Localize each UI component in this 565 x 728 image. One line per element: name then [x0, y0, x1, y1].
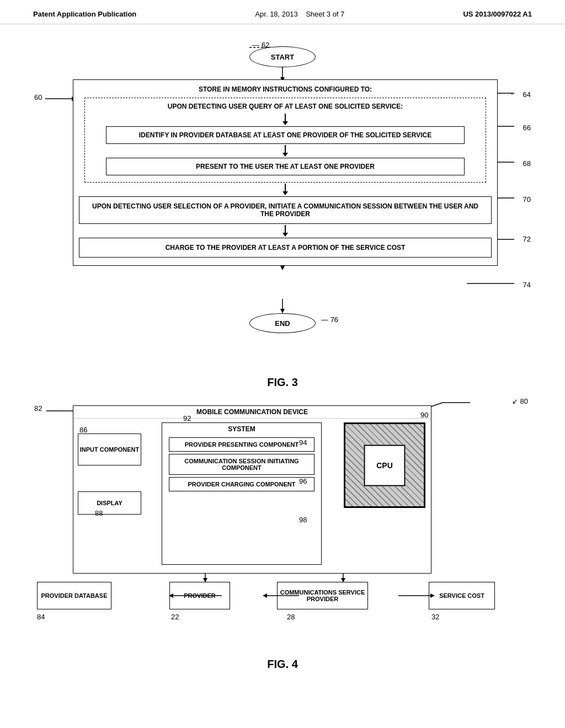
system-title: SYSTEM: [162, 423, 321, 435]
label-60: 60: [34, 93, 42, 101]
label-72-num: 72: [523, 235, 531, 243]
publication-label: Patent Application Publication: [33, 10, 136, 18]
service-cost-box: SERVICE COST: [429, 582, 495, 609]
cpu-box: CPU: [344, 422, 425, 508]
box-72: UPON DETECTING USER SELECTION OF A PROVI…: [79, 196, 492, 224]
label-98: 98: [299, 516, 307, 524]
mobile-title: MOBILE COMMUNICATION DEVICE: [73, 406, 431, 419]
box-74: CHARGE TO THE PROVIDER AT LEAST A PORTIO…: [79, 238, 492, 258]
arrow-inner2: [89, 145, 481, 157]
label-68-num: 68: [523, 159, 531, 168]
svg-marker-47: [263, 593, 267, 598]
header-right: US 2013/0097022 A1: [463, 10, 532, 18]
system-box: SYSTEM PROVIDER PRESENTING COMPONENT COM…: [162, 422, 322, 565]
outer-box-64: STORE IN MEMORY INSTRUCTIONS CONFIGURED …: [73, 79, 498, 266]
label-96: 96: [299, 477, 307, 485]
svg-marker-12: [280, 266, 285, 270]
label-70-num: 70: [523, 195, 531, 204]
patent-number: US 2013/0097022 A1: [463, 10, 532, 18]
date-label: Apr. 18, 2013: [255, 10, 297, 18]
display-box: DISPLAY: [78, 491, 141, 515]
box-68: IDENTIFY IN PROVIDER DATABASE AT LEAST O…: [106, 126, 465, 144]
label-90: 90: [420, 411, 428, 419]
label-84: 84: [37, 613, 45, 621]
fig4-caption: FIG. 4: [33, 658, 532, 671]
box66-title: UPON DETECTING USER QUERY OF AT LEAST ON…: [89, 103, 481, 110]
label-66-num: 66: [523, 124, 531, 132]
fig3-container: 60: [33, 35, 532, 389]
arrow-main2: [79, 225, 492, 237]
cpu-inner: CPU: [364, 445, 406, 486]
arrow-inner1: [89, 114, 481, 125]
page-header: Patent Application Publication Apr. 18, …: [0, 0, 565, 24]
box-70: PRESENT TO THE USER THE AT LEAST ONE PRO…: [106, 158, 465, 175]
sheet-label: Sheet 3 of 7: [306, 10, 344, 18]
header-left: Patent Application Publication: [33, 10, 136, 18]
label-86: 86: [79, 426, 87, 434]
arrow-main1: [79, 184, 492, 195]
label-92: 92: [183, 414, 191, 422]
svg-marker-14: [280, 309, 285, 313]
main-content: 60: [0, 24, 565, 693]
label-32: 32: [431, 613, 439, 621]
start-oval: START: [249, 46, 316, 67]
end-oval: END: [249, 313, 316, 333]
comm-session-box: COMMUNICATION SESSION INITIATING COMPONE…: [169, 454, 315, 475]
provider-presenting-box: PROVIDER PRESENTING COMPONENT: [169, 437, 315, 452]
provider-box: PROVIDER: [169, 582, 230, 609]
label-76: — 76: [321, 315, 338, 324]
label-28: 28: [287, 613, 295, 621]
input-component-box: INPUT COMPONENT: [78, 433, 141, 465]
label-88: 88: [95, 509, 103, 517]
mobile-device-box: MOBILE COMMUNICATION DEVICE SYSTEM PROVI…: [73, 405, 431, 574]
provider-charging-box: PROVIDER CHARGING COMPONENT: [169, 477, 315, 491]
label-64: 64: [523, 90, 531, 99]
fig3-caption: FIG. 3: [33, 376, 532, 389]
outer-box-title: STORE IN MEMORY INSTRUCTIONS CONFIGURED …: [79, 85, 492, 93]
header-center: Apr. 18, 2013 Sheet 3 of 7: [255, 10, 344, 18]
label-80: ↙ 80: [512, 397, 528, 405]
label-94: 94: [299, 438, 307, 447]
provider-database-box: PROVIDER DATABASE: [37, 582, 111, 609]
fig4-section: ↙ 80 82: [33, 400, 532, 671]
label-22: 22: [171, 613, 179, 621]
comm-service-provider-box: COMMUNICATIONS SERVICE PROVIDER: [277, 582, 368, 609]
label-74-num: 74: [523, 281, 531, 289]
inner-box-66: UPON DETECTING USER QUERY OF AT LEAST ON…: [84, 98, 486, 183]
label-82: 82: [34, 404, 42, 413]
